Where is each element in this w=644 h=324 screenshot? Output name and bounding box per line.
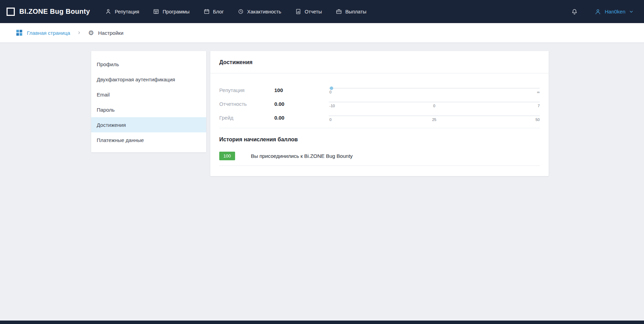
breadcrumb-home-link[interactable]: Главная страница bbox=[27, 30, 70, 36]
main-nav: Репутация Программы Блог Хакактивность О… bbox=[105, 8, 366, 15]
scale-mid-label: 0 bbox=[433, 104, 435, 108]
reporting-scale-slider: -10 0 7 bbox=[329, 100, 540, 108]
metric-value: 100 bbox=[274, 87, 329, 93]
points-badge: 100 bbox=[219, 152, 235, 160]
scale-min-label: 0 bbox=[329, 118, 331, 122]
menu-item-profile[interactable]: Профиль bbox=[91, 57, 206, 72]
grade-scale-slider: 0 25 50 bbox=[329, 113, 540, 122]
scale-max-label: ∞ bbox=[537, 90, 540, 94]
user-name: Han0ken bbox=[605, 9, 625, 14]
user-icon bbox=[594, 8, 601, 15]
history-entry-text: Вы присоединились к Bi.ZONE Bug Bounty bbox=[251, 153, 353, 159]
logo[interactable]: BI.ZONE Bug Bounty bbox=[6, 7, 90, 16]
reputation-scale-slider: 0 ∞ bbox=[329, 86, 540, 94]
nav-item-blog[interactable]: Блог bbox=[203, 8, 224, 15]
menu-item-password[interactable]: Пароль bbox=[91, 102, 206, 117]
metric-label: Грейд bbox=[219, 115, 274, 121]
breadcrumb-separator-icon bbox=[77, 31, 81, 35]
scale-max-label: 50 bbox=[536, 118, 540, 122]
history-title: История начисления баллов bbox=[219, 136, 540, 143]
slider-track bbox=[329, 88, 540, 89]
achievements-panel: Достижения Репутация 100 0 ∞ Отчетность … bbox=[210, 51, 549, 176]
nav-item-reputation[interactable]: Репутация bbox=[105, 8, 139, 15]
notifications-bell-icon[interactable] bbox=[571, 8, 578, 15]
nav-item-reports[interactable]: Отчеты bbox=[295, 8, 322, 15]
history-entry: 100 Вы присоединились к Bi.ZONE Bug Boun… bbox=[219, 152, 540, 166]
panel-body: Репутация 100 0 ∞ Отчетность 0.00 -10 0 … bbox=[210, 73, 549, 176]
nav-item-label: Репутация bbox=[115, 9, 139, 14]
menu-item-email[interactable]: Email bbox=[91, 87, 206, 102]
user-menu[interactable]: Han0ken bbox=[594, 8, 634, 15]
metric-row-reporting: Отчетность 0.00 -10 0 7 bbox=[219, 97, 540, 111]
hacktivity-icon bbox=[237, 8, 244, 15]
app-title: BI.ZONE Bug Bounty bbox=[19, 8, 90, 16]
footer-strip bbox=[0, 321, 644, 324]
section-divider bbox=[219, 128, 540, 128]
settings-page: Профиль Двухфакторная аутентификация Ema… bbox=[0, 42, 644, 176]
programs-icon bbox=[153, 8, 159, 15]
panel-title: Достижения bbox=[210, 51, 549, 73]
chevron-down-icon bbox=[629, 9, 634, 14]
metric-label: Репутация bbox=[219, 87, 274, 93]
metric-row-grade: Грейд 0.00 0 25 50 bbox=[219, 111, 540, 124]
nav-item-hacktivity[interactable]: Хакактивность bbox=[237, 8, 281, 15]
scale-min-label: -10 bbox=[329, 104, 335, 108]
menu-item-achievements[interactable]: Достижения bbox=[91, 117, 206, 132]
nav-right: Han0ken bbox=[571, 8, 634, 15]
nav-item-programs[interactable]: Программы bbox=[153, 8, 189, 15]
nav-item-label: Блог bbox=[213, 9, 224, 14]
bizone-logo-icon bbox=[6, 7, 15, 16]
menu-item-payment-details[interactable]: Платежные данные bbox=[91, 132, 206, 148]
nav-item-label: Отчеты bbox=[305, 9, 322, 14]
reports-icon bbox=[295, 8, 302, 15]
nav-item-label: Хакактивность bbox=[247, 9, 281, 14]
reputation-icon bbox=[105, 8, 112, 15]
nav-item-label: Программы bbox=[162, 9, 189, 14]
home-grid-icon bbox=[16, 29, 23, 36]
metric-row-reputation: Репутация 100 0 ∞ bbox=[219, 83, 540, 97]
metric-value: 0.00 bbox=[274, 115, 329, 121]
nav-item-label: Выплаты bbox=[345, 9, 366, 14]
metric-label: Отчетность bbox=[219, 101, 274, 107]
slider-track bbox=[329, 102, 540, 102]
settings-menu: Профиль Двухфакторная аутентификация Ema… bbox=[91, 51, 206, 152]
menu-item-two-factor[interactable]: Двухфакторная аутентификация bbox=[91, 72, 206, 87]
nav-item-payouts[interactable]: Выплаты bbox=[336, 8, 366, 15]
metric-value: 0.00 bbox=[274, 101, 329, 107]
scale-mid-label: 25 bbox=[432, 118, 436, 122]
payouts-icon bbox=[336, 8, 342, 15]
slider-handle bbox=[330, 87, 333, 90]
blog-icon bbox=[203, 8, 210, 15]
top-nav: BI.ZONE Bug Bounty Репутация Программы Б… bbox=[0, 0, 644, 23]
breadcrumb-current: Настройки bbox=[98, 30, 124, 36]
breadcrumb: Главная страница ⚙ Настройки bbox=[0, 23, 644, 42]
scale-min-label: 0 bbox=[329, 90, 331, 94]
scale-max-label: 7 bbox=[538, 104, 540, 108]
slider-track bbox=[329, 115, 540, 116]
gear-icon: ⚙ bbox=[88, 30, 94, 36]
